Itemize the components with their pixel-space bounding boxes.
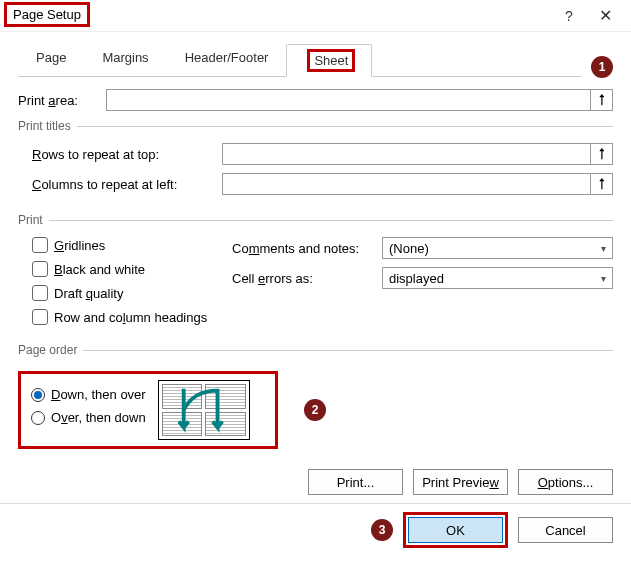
over-then-down-label: Over, then down [51, 410, 146, 425]
gridlines-checkbox[interactable]: Gridlines [32, 237, 232, 253]
arrow-icon [159, 381, 249, 439]
page-order-highlight: Down, then over Over, then down [18, 371, 278, 449]
radio-icon [31, 411, 45, 425]
cols-repeat-label: Columns to repeat at left: [32, 177, 222, 192]
cancel-button[interactable]: Cancel [518, 517, 613, 543]
dialog-title: Page Setup [4, 2, 90, 27]
page-order-group: Page order Down, then over Over, then do… [18, 343, 613, 449]
print-group: Print Gridlines Black and white Draft qu… [18, 213, 613, 333]
cell-errors-dropdown[interactable]: displayed ▾ [382, 267, 613, 289]
cols-repeat-input[interactable] [222, 173, 591, 195]
black-white-label: Black and white [54, 262, 145, 277]
checkbox-icon [32, 309, 48, 325]
print-legend: Print [18, 213, 49, 227]
dialog-footer: 3 OK Cancel [0, 503, 631, 560]
chevron-down-icon: ▾ [601, 243, 606, 254]
comments-label: Comments and notes: [232, 241, 382, 256]
rows-repeat-label: Rows to repeat at top: [32, 147, 222, 162]
print-area-input[interactable] [106, 89, 591, 111]
tab-page[interactable]: Page [18, 44, 84, 76]
down-then-over-radio[interactable]: Down, then over [31, 387, 146, 402]
print-titles-group: Print titles Rows to repeat at top: ⭡ Co… [18, 119, 613, 203]
cols-repeat-ref-button[interactable]: ⭡ [591, 173, 613, 195]
radio-icon [31, 388, 45, 402]
ok-button[interactable]: OK [408, 517, 503, 543]
rows-repeat-input[interactable] [222, 143, 591, 165]
black-white-checkbox[interactable]: Black and white [32, 261, 232, 277]
help-button[interactable]: ? [551, 2, 587, 30]
comments-dropdown[interactable]: (None) ▾ [382, 237, 613, 259]
cell-errors-value: displayed [389, 271, 444, 286]
checkbox-icon [32, 285, 48, 301]
page-order-legend: Page order [18, 343, 83, 357]
page-order-diagram [158, 380, 250, 440]
print-preview-button[interactable]: Print Preview [413, 469, 508, 495]
titlebar: Page Setup ? ✕ [0, 0, 631, 32]
draft-quality-checkbox[interactable]: Draft quality [32, 285, 232, 301]
checkbox-icon [32, 261, 48, 277]
cell-errors-label: Cell errors as: [232, 271, 382, 286]
chevron-down-icon: ▾ [601, 273, 606, 284]
tab-sheet[interactable]: Sheet [286, 44, 372, 77]
tab-sheet-label: Sheet [307, 49, 355, 72]
checkbox-icon [32, 237, 48, 253]
draft-quality-label: Draft quality [54, 286, 123, 301]
annotation-badge-1: 1 [591, 56, 613, 78]
annotation-badge-3: 3 [371, 519, 393, 541]
comments-value: (None) [389, 241, 429, 256]
gridlines-label: Gridlines [54, 238, 105, 253]
options-button[interactable]: Options... [518, 469, 613, 495]
close-button[interactable]: ✕ [587, 2, 623, 30]
over-then-down-radio[interactable]: Over, then down [31, 410, 146, 425]
print-titles-legend: Print titles [18, 119, 77, 133]
tab-margins[interactable]: Margins [84, 44, 166, 76]
ok-highlight: OK [403, 512, 508, 548]
page-setup-dialog: Page Setup ? ✕ Page Margins Header/Foote… [0, 0, 631, 581]
row-col-headings-label: Row and column headings [54, 310, 207, 325]
tab-bar: Page Margins Header/Footer Sheet [18, 44, 581, 77]
down-then-over-label: Down, then over [51, 387, 146, 402]
annotation-badge-2: 2 [304, 399, 326, 421]
tab-header-footer[interactable]: Header/Footer [167, 44, 287, 76]
rows-repeat-ref-button[interactable]: ⭡ [591, 143, 613, 165]
print-area-label: Print area: [18, 93, 106, 108]
print-button[interactable]: Print... [308, 469, 403, 495]
print-area-ref-button[interactable]: ⭡ [591, 89, 613, 111]
action-buttons-row: Print... Print Preview Options... [18, 459, 613, 503]
